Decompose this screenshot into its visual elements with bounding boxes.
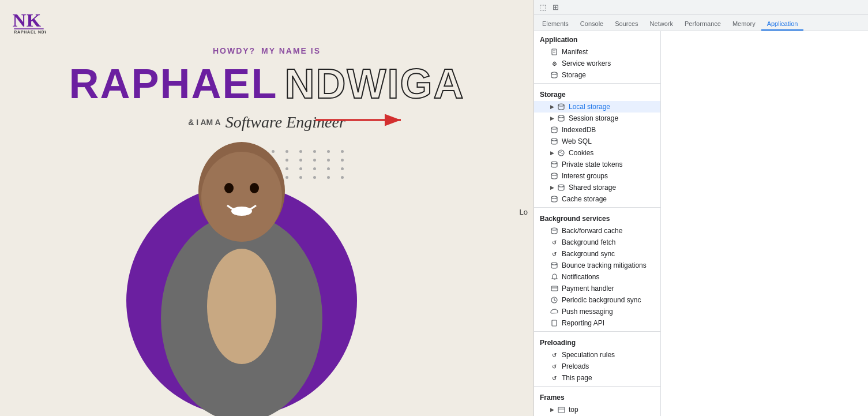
devtools-tabs: Elements Console Sources Network Perform… bbox=[534, 15, 868, 31]
sidebar-item-background-fetch[interactable]: ↺ Background fetch bbox=[534, 237, 660, 248]
sidebar-item-push-messaging[interactable]: Push messaging bbox=[534, 306, 660, 317]
svg-point-29 bbox=[551, 196, 557, 198]
svg-point-21 bbox=[551, 138, 557, 141]
tab-application[interactable]: Application bbox=[761, 18, 804, 31]
portrait-image bbox=[121, 122, 363, 416]
reporting-api-label: Reporting API bbox=[562, 319, 604, 327]
db-icon-ig bbox=[550, 172, 558, 180]
logo-svg: N K RAPHAEL NDWIGA bbox=[12, 6, 46, 35]
cache-storage-label: Cache storage bbox=[562, 195, 607, 203]
svg-point-10 bbox=[250, 183, 259, 193]
svg-rect-38 bbox=[552, 320, 557, 326]
tab-console[interactable]: Console bbox=[574, 18, 609, 31]
this-page-label: This page bbox=[562, 374, 592, 382]
svg-rect-39 bbox=[558, 407, 565, 413]
bounce-tracking-label: Bounce tracking mitigations bbox=[562, 261, 647, 269]
sidebar-item-preloads[interactable]: ↺ Preloads bbox=[534, 361, 660, 372]
refresh-icon3: ↺ bbox=[550, 351, 558, 359]
file-icon2 bbox=[550, 319, 558, 327]
sidebar-item-web-sql[interactable]: Web SQL bbox=[534, 136, 660, 147]
sidebar-item-bounce-tracking[interactable]: Bounce tracking mitigations bbox=[534, 260, 660, 271]
db-icon-sql bbox=[550, 137, 558, 145]
devtools-toolbar: ⬚ ⊞ bbox=[534, 0, 868, 15]
private-state-tokens-label: Private state tokens bbox=[562, 160, 622, 168]
refresh-icon: ↺ bbox=[550, 238, 558, 246]
sidebar-item-cookies[interactable]: ▶ Cookies bbox=[534, 147, 660, 159]
clock-icon bbox=[550, 296, 558, 304]
sidebar-item-indexeddb[interactable]: IndexedDB bbox=[534, 124, 660, 136]
background-fetch-label: Background fetch bbox=[562, 238, 615, 246]
tab-network[interactable]: Network bbox=[644, 18, 679, 31]
card-icon bbox=[550, 284, 558, 293]
file-icon bbox=[550, 48, 558, 56]
sidebar-item-reporting-api[interactable]: Reporting API bbox=[534, 317, 660, 329]
sidebar-item-speculation-rules[interactable]: ↺ Speculation rules bbox=[534, 349, 660, 361]
sidebar-item-periodic-bg-sync[interactable]: Periodic background sync bbox=[534, 294, 660, 306]
howdy-highlight: MY NAME IS bbox=[261, 46, 321, 55]
local-storage-label: Local storage bbox=[569, 103, 610, 111]
storage-app-label: Storage bbox=[562, 71, 586, 79]
webpage: N K RAPHAEL NDWIGA HOWDY? MY NAME IS RAP… bbox=[0, 0, 533, 416]
expand-arrow-icon: ▶ bbox=[550, 150, 556, 156]
db-icon-pst bbox=[550, 160, 558, 168]
refresh-icon2: ↺ bbox=[550, 250, 558, 258]
sidebar-item-storage-app[interactable]: Storage bbox=[534, 69, 660, 81]
sidebar-item-this-page[interactable]: ↺ This page bbox=[534, 372, 660, 384]
tab-performance[interactable]: Performance bbox=[679, 18, 727, 31]
interest-groups-label: Interest groups bbox=[562, 172, 608, 180]
sidebar-item-cache-storage[interactable]: Cache storage bbox=[534, 193, 660, 205]
svg-point-27 bbox=[551, 173, 557, 175]
top-frame-label: top bbox=[569, 406, 578, 414]
svg-point-23 bbox=[559, 152, 561, 153]
sidebar-item-payment-handler[interactable]: Payment handler bbox=[534, 283, 660, 294]
sidebar-item-private-state-tokens[interactable]: Private state tokens bbox=[534, 159, 660, 170]
inspect-icon[interactable]: ⬚ bbox=[538, 2, 548, 13]
svg-point-25 bbox=[561, 151, 561, 152]
svg-point-9 bbox=[224, 183, 234, 193]
device-icon[interactable]: ⊞ bbox=[550, 2, 561, 13]
svg-text:K: K bbox=[27, 10, 42, 31]
howdy-container: HOWDY? MY NAME IS bbox=[213, 46, 321, 60]
howdy-text: HOWDY? MY NAME IS bbox=[213, 46, 321, 55]
cookie-icon bbox=[557, 149, 565, 157]
divider bbox=[534, 331, 660, 332]
svg-point-28 bbox=[558, 185, 564, 187]
manifest-label: Manifest bbox=[562, 48, 588, 56]
sidebar-item-local-storage[interactable]: ▶ Local storage bbox=[534, 101, 660, 113]
sidebar-item-interest-groups[interactable]: Interest groups bbox=[534, 170, 660, 182]
cog-icon: ⚙ bbox=[550, 59, 558, 68]
tab-elements[interactable]: Elements bbox=[536, 18, 574, 31]
sidebar-item-manifest[interactable]: Manifest bbox=[534, 46, 660, 58]
bell-icon bbox=[550, 273, 558, 281]
devtools-sidebar: Application Manifest ⚙ Service workers S… bbox=[534, 31, 661, 416]
db-icon bbox=[550, 71, 558, 79]
svg-point-17 bbox=[551, 72, 557, 74]
svg-line-37 bbox=[554, 300, 556, 301]
payment-handler-label: Payment handler bbox=[562, 284, 614, 293]
divider bbox=[534, 386, 660, 387]
expand-arrow-icon: ▶ bbox=[550, 407, 556, 413]
svg-rect-14 bbox=[552, 49, 557, 55]
svg-text:N: N bbox=[13, 10, 27, 31]
background-sync-label: Background sync bbox=[562, 250, 615, 258]
expand-arrow-icon: ▶ bbox=[550, 104, 556, 110]
sidebar-item-back-forward-cache[interactable]: Back/forward cache bbox=[534, 225, 660, 237]
section-frames: Frames bbox=[534, 389, 660, 404]
section-storage: Storage bbox=[534, 86, 660, 101]
expand-arrow-icon: ▶ bbox=[550, 115, 556, 121]
sidebar-item-shared-storage[interactable]: ▶ Shared storage bbox=[534, 182, 660, 193]
sidebar-item-background-sync[interactable]: ↺ Background sync bbox=[534, 248, 660, 260]
sidebar-item-top-frame[interactable]: ▶ top bbox=[534, 404, 660, 415]
tab-memory[interactable]: Memory bbox=[727, 18, 761, 31]
svg-point-31 bbox=[551, 263, 557, 265]
db-icon-local bbox=[557, 103, 565, 111]
db-icon-session bbox=[557, 114, 565, 122]
sidebar-item-session-storage[interactable]: ▶ Session storage bbox=[534, 113, 660, 124]
svg-point-11 bbox=[231, 207, 252, 216]
sidebar-item-notifications[interactable]: Notifications bbox=[534, 271, 660, 283]
svg-point-20 bbox=[551, 127, 557, 129]
name-row: RAPHAEL NDWIGA bbox=[69, 60, 465, 107]
tab-sources[interactable]: Sources bbox=[609, 18, 644, 31]
devtools-panel: ⬚ ⊞ Elements Console Sources Network Per… bbox=[533, 0, 868, 416]
sidebar-item-service-workers[interactable]: ⚙ Service workers bbox=[534, 58, 660, 69]
